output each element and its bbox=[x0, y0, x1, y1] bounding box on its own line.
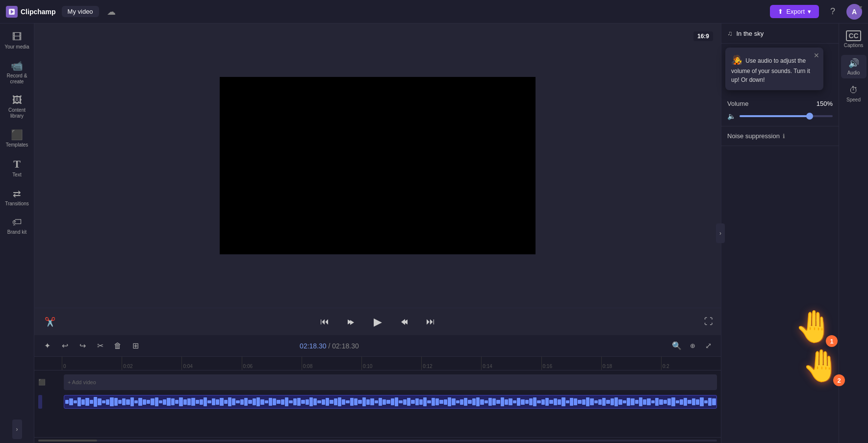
active-tab[interactable]: My video bbox=[62, 6, 99, 17]
export-chevron: ▾ bbox=[808, 8, 811, 15]
sidebar-item-label-content: Content library bbox=[4, 107, 30, 119]
go-end-button[interactable]: ⏭ bbox=[423, 314, 438, 330]
ruler-mark-0: 0 bbox=[62, 357, 122, 370]
add-media-button[interactable]: ⊞ bbox=[128, 339, 142, 353]
right-wrapper: ♫ In the sky ✕ 🧑‍🎤 Use audio to adjust t… bbox=[721, 24, 868, 443]
video-track-content[interactable]: + Add video bbox=[64, 374, 717, 390]
sidebar-item-label-media: Your media bbox=[4, 44, 29, 50]
fullscreen-button[interactable]: ⛶ bbox=[704, 317, 713, 327]
popup-emoji: 🧑‍🎤 bbox=[731, 55, 742, 65]
sidebar-collapse-button[interactable]: › bbox=[12, 419, 22, 439]
captions-label: Captions bbox=[844, 43, 863, 48]
right-panel: ♫ In the sky ✕ 🧑‍🎤 Use audio to adjust t… bbox=[721, 24, 839, 443]
logo-text: Clipchamp bbox=[21, 8, 56, 16]
cloud-icon: ☁ bbox=[107, 6, 116, 17]
play-button[interactable]: ▶ bbox=[368, 312, 387, 332]
speed-button[interactable]: ⏱ Speed bbox=[841, 82, 867, 105]
volume-slider[interactable] bbox=[740, 115, 833, 117]
noise-label: Noise suppression bbox=[727, 132, 780, 140]
sidebar-item-record-create[interactable]: 📹 Record & create bbox=[2, 56, 32, 89]
waveform-bars: // Generate waveform bars inline const h… bbox=[64, 395, 716, 408]
zoom-out-button[interactable]: 🔍 bbox=[670, 339, 684, 353]
video-track-row: ⬛ + Add video bbox=[34, 372, 721, 392]
scrollbar-thumb[interactable] bbox=[38, 440, 97, 442]
volume-thumb[interactable] bbox=[806, 113, 813, 120]
sidebar-item-text[interactable]: T Text bbox=[2, 154, 32, 182]
timeline-scrollbar[interactable] bbox=[34, 437, 721, 443]
ruler-mark-8: 0:16 bbox=[541, 357, 601, 370]
sidebar-item-your-media[interactable]: 🎞 Your media bbox=[2, 27, 32, 54]
delete-button[interactable]: 🗑 bbox=[111, 339, 125, 353]
right-panel-collapse-button[interactable]: › bbox=[716, 223, 725, 243]
add-video-label[interactable]: + Add video bbox=[68, 379, 96, 385]
audio-icon: 🔊 bbox=[848, 58, 859, 69]
time-display: 02:18.30 / 02:18.30 bbox=[300, 342, 359, 350]
sidebar-item-transitions[interactable]: ⇄ Transitions bbox=[2, 184, 32, 211]
video-canvas bbox=[220, 77, 536, 254]
cut-button[interactable]: ✂ bbox=[93, 339, 107, 353]
ruler-mark-3: 0:06 bbox=[242, 357, 302, 370]
audio-track-indicator bbox=[38, 395, 42, 409]
export-label: Export bbox=[786, 8, 805, 15]
volume-header: Volume 150% bbox=[727, 100, 833, 107]
timeline-area: ✦ ↩ ↪ ✂ 🗑 ⊞ 02:18.30 / 02:18.30 🔍 ⊕ ⤢ ▾ bbox=[34, 335, 721, 443]
popup-text: Use audio to adjust the volume of your s… bbox=[731, 57, 810, 83]
volume-row: 🔈 bbox=[727, 112, 833, 120]
rewind-button[interactable] bbox=[342, 314, 358, 330]
audio-track-row: // Generate waveform bars inline const h… bbox=[34, 392, 721, 412]
captions-icon: CC bbox=[846, 30, 861, 41]
zoom-in-button[interactable]: ⊕ bbox=[686, 339, 699, 353]
magic-timeline-button[interactable]: ✦ bbox=[40, 339, 54, 353]
sidebar-item-templates[interactable]: ⬛ Templates bbox=[2, 125, 32, 152]
ruler-mark-10: 0:2 bbox=[661, 357, 721, 370]
volume-icon: 🔈 bbox=[727, 112, 736, 120]
fit-button[interactable]: ⤢ bbox=[701, 339, 715, 353]
left-sidebar: 🎞 Your media 📹 Record & create 🖼 Content… bbox=[0, 24, 34, 443]
tracks-container: ⬛ + Add video // G bbox=[34, 370, 721, 437]
help-button[interactable]: ? bbox=[825, 4, 841, 20]
aspect-ratio-badge[interactable]: 16:9 bbox=[693, 31, 713, 41]
forward-button[interactable] bbox=[397, 314, 413, 330]
audio-track-content[interactable]: // Generate waveform bars inline const h… bbox=[64, 395, 717, 409]
main-area: 🎞 Your media 📹 Record & create 🖼 Content… bbox=[0, 24, 868, 443]
scrollbar-track[interactable] bbox=[38, 440, 717, 442]
app-logo[interactable]: Clipchamp bbox=[6, 6, 56, 18]
go-start-button[interactable]: ⏮ bbox=[317, 314, 332, 330]
speed-label: Speed bbox=[846, 97, 861, 102]
captions-button[interactable]: CC Captions bbox=[841, 27, 867, 51]
noise-section: Noise suppression ℹ bbox=[721, 126, 839, 146]
zoom-controls: 🔍 ⊕ ⤢ ▾ bbox=[670, 339, 715, 353]
sidebar-item-brand-kit[interactable]: 🏷 Brand kit bbox=[2, 213, 32, 239]
info-icon[interactable]: ℹ bbox=[783, 133, 785, 140]
current-time: 02:18.30 bbox=[300, 342, 327, 350]
export-button[interactable]: ⬆ Export ▾ bbox=[770, 5, 819, 18]
ruler-mark-7: 0:14 bbox=[481, 357, 541, 370]
speed-icon: ⏱ bbox=[849, 85, 858, 96]
undo-button[interactable]: ↩ bbox=[58, 339, 72, 353]
text-icon: T bbox=[13, 158, 21, 171]
content-icon: 🖼 bbox=[12, 95, 22, 106]
sidebar-item-label-brand: Brand kit bbox=[7, 229, 26, 235]
magic-button[interactable]: ✂️ bbox=[42, 314, 58, 330]
sidebar-item-content-library[interactable]: 🖼 Content library bbox=[2, 91, 32, 123]
redo-button[interactable]: ↪ bbox=[76, 339, 89, 353]
export-icon: ⬆ bbox=[778, 8, 783, 15]
volume-fill bbox=[740, 115, 810, 117]
ruler-mark-6: 0:12 bbox=[421, 357, 481, 370]
brand-icon: 🏷 bbox=[12, 217, 22, 228]
volume-label: Volume bbox=[727, 100, 748, 107]
popup-close-button[interactable]: ✕ bbox=[814, 50, 819, 61]
video-track-label: ⬛ bbox=[38, 379, 60, 386]
ruler-mark-9: 0:18 bbox=[601, 357, 661, 370]
timeline-toolbar: ✦ ↩ ↪ ✂ 🗑 ⊞ 02:18.30 / 02:18.30 🔍 ⊕ ⤢ ▾ bbox=[34, 335, 721, 357]
media-icon: 🎞 bbox=[12, 31, 22, 43]
total-time: 02:18.30 bbox=[332, 342, 359, 350]
video-track-icon: ⬛ bbox=[38, 379, 46, 386]
audio-panel-button[interactable]: 🔊 Audio bbox=[841, 55, 867, 78]
center-area: 16:9 ✂️ ⏮ ▶ ⏭ ⛶ ✦ bbox=[34, 24, 721, 443]
topbar-right: ⬆ Export ▾ ? A bbox=[770, 4, 862, 20]
audio-label: Audio bbox=[847, 70, 860, 75]
logo-icon bbox=[6, 6, 18, 18]
playback-controls: ✂️ ⏮ ▶ ⏭ ⛶ bbox=[34, 308, 721, 335]
volume-value: 150% bbox=[817, 100, 833, 107]
